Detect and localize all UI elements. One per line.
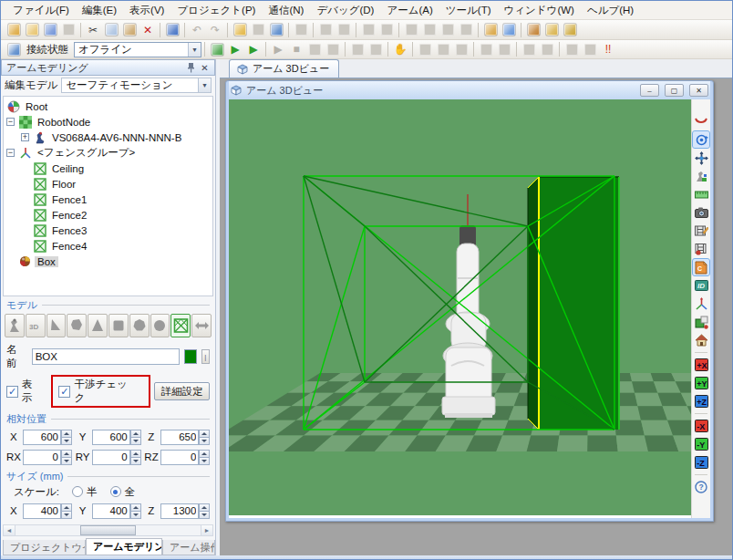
tree-item-fence3[interactable]: Fence3 (4, 223, 212, 238)
model-3d-import-button[interactable]: 3D (26, 314, 46, 337)
position-y-stepper[interactable] (130, 430, 141, 445)
menu-item-1[interactable]: 編集(E) (76, 2, 123, 19)
window-title-bar[interactable]: アーム 3Dビュー – ▢ ✕ (229, 81, 710, 99)
model-cube-button[interactable] (108, 314, 129, 337)
save-project-icon[interactable] (41, 22, 59, 38)
scroll-left-icon[interactable]: ◄ (4, 525, 15, 535)
tree-item-fence2[interactable]: Fence2 (4, 207, 212, 223)
view-plus-y-button[interactable]: +Y (693, 375, 709, 391)
menu-item-4[interactable]: 通信(N) (262, 2, 310, 19)
detail-settings-button[interactable]: 詳細設定 (154, 382, 210, 400)
open-project-icon[interactable] (23, 22, 41, 38)
cut-icon[interactable]: ✂ (84, 22, 102, 38)
hand-tool-3-icon[interactable] (561, 22, 579, 38)
close-button[interactable]: ✕ (689, 84, 708, 97)
paste-icon[interactable] (120, 22, 139, 38)
size-x-input[interactable] (23, 503, 61, 519)
model-sphere-button[interactable] (150, 314, 170, 337)
position-rz-stepper[interactable] (199, 450, 210, 465)
menu-item-7[interactable]: ツール(T) (439, 2, 498, 19)
connection-mode-select[interactable]: オフライン ▼ (74, 42, 201, 57)
id-view-icon[interactable]: ID (693, 277, 709, 294)
position-z-stepper[interactable] (199, 430, 210, 445)
model-resize-button[interactable] (191, 314, 212, 337)
robot-display-icon[interactable] (693, 168, 709, 184)
menu-item-0[interactable]: ファイル(F) (6, 2, 76, 19)
camera-icon[interactable] (693, 204, 709, 221)
tree-item-fence1[interactable]: Fence1 (4, 192, 212, 207)
collapse-icon[interactable]: − (6, 149, 15, 157)
tree-item-box[interactable]: Box (4, 254, 212, 269)
model-cone-button[interactable] (46, 314, 67, 337)
menu-item-9[interactable]: ヘルプ(H) (581, 2, 640, 19)
position-rz-input[interactable] (160, 450, 199, 465)
new-project-icon[interactable] (5, 22, 23, 38)
error-alert-icon[interactable]: !! (599, 41, 617, 57)
size-y-stepper[interactable] (130, 503, 141, 519)
home-view-icon[interactable] (693, 332, 709, 348)
panel-tab-2[interactable]: アーム操作 (162, 540, 215, 555)
scrollbar-thumb[interactable] (80, 525, 136, 535)
import-model-icon[interactable] (267, 22, 285, 38)
record-edit-icon[interactable] (693, 223, 709, 239)
model-fence-box-button[interactable] (170, 314, 191, 337)
view-minus-x-button[interactable]: -X (693, 418, 709, 434)
tree-item-floor[interactable]: Floor (4, 176, 212, 192)
tab-arm-3d-view[interactable]: アーム 3Dビュー (229, 59, 339, 78)
chevron-down-icon[interactable]: ▼ (198, 78, 211, 92)
pin-icon[interactable] (184, 61, 198, 74)
add-node-icon[interactable] (231, 22, 249, 38)
help-button[interactable]: ? (693, 479, 709, 495)
send-program-icon[interactable] (208, 41, 226, 57)
axis-display-icon[interactable] (693, 296, 709, 312)
model-pyramid-button[interactable] (88, 314, 108, 337)
expand-icon[interactable]: + (21, 133, 29, 141)
maximize-button[interactable]: ▢ (665, 84, 684, 97)
tree-item-robotnode[interactable]: −RobotNode (4, 114, 212, 130)
menu-item-6[interactable]: アーム(A) (380, 2, 439, 19)
view-plus-x-button[interactable]: +X (693, 357, 709, 373)
position-y-input[interactable] (92, 430, 130, 445)
color-swatch-button[interactable] (184, 349, 197, 364)
model-polygon-button[interactable] (129, 314, 150, 337)
tree-item--[interactable]: −<フェンスグループ> (4, 145, 212, 161)
size-x-stepper[interactable] (61, 503, 72, 519)
menu-item-3[interactable]: プロジェクト(P) (170, 2, 262, 19)
edit-model-select[interactable]: セーフティモーション ▼ (61, 78, 212, 93)
tree-item-vs068a4-av6-nnn-nnn-b[interactable]: +VS068A4-AV6-NNN-NNN-B (4, 130, 212, 145)
scroll-right-icon[interactable]: ► (201, 525, 212, 535)
panel-tab-1[interactable]: アームモデリング (86, 538, 162, 555)
scale-half-radio[interactable]: 半 (72, 485, 98, 499)
ruler-icon[interactable] (693, 186, 709, 202)
chevron-down-icon[interactable]: ▼ (188, 43, 201, 57)
io-window-icon[interactable] (500, 22, 518, 38)
color-detail-button[interactable]: | (201, 349, 210, 364)
pan-view-icon[interactable] (693, 150, 709, 166)
position-rx-input[interactable] (23, 450, 61, 465)
size-y-input[interactable] (92, 503, 130, 519)
size-z-stepper[interactable] (199, 503, 210, 519)
3d-viewport[interactable] (229, 99, 691, 518)
record-play-icon[interactable] (693, 241, 709, 257)
tree-item-ceiling[interactable]: Ceiling (4, 161, 212, 176)
panel-tab-0[interactable]: プロジェクトウイ... (3, 540, 86, 555)
menu-item-2[interactable]: 表示(V) (123, 2, 170, 19)
delete-icon[interactable]: ✕ (139, 22, 157, 38)
view-3d-icon[interactable]: C (693, 259, 709, 275)
position-ry-input[interactable] (92, 450, 130, 465)
model-display-icon[interactable] (693, 314, 709, 330)
scale-full-radio[interactable]: 全 (110, 485, 136, 499)
close-icon[interactable]: ✕ (198, 61, 212, 74)
tree-item-fence4[interactable]: Fence4 (4, 238, 212, 254)
property-window-icon[interactable] (481, 22, 500, 38)
menu-item-5[interactable]: デバッグ(D) (310, 2, 380, 19)
position-x-input[interactable] (23, 430, 61, 445)
view-minus-y-button[interactable]: -Y (693, 436, 709, 452)
collapse-icon[interactable]: − (6, 118, 15, 126)
collision-checkbox[interactable]: ✓ (58, 386, 70, 398)
display-checkbox[interactable]: ✓ (6, 386, 18, 398)
hand-tool-2-icon[interactable] (542, 22, 561, 38)
position-rx-stepper[interactable] (61, 450, 72, 465)
position-x-stepper[interactable] (61, 430, 72, 445)
size-z-input[interactable] (160, 503, 199, 519)
